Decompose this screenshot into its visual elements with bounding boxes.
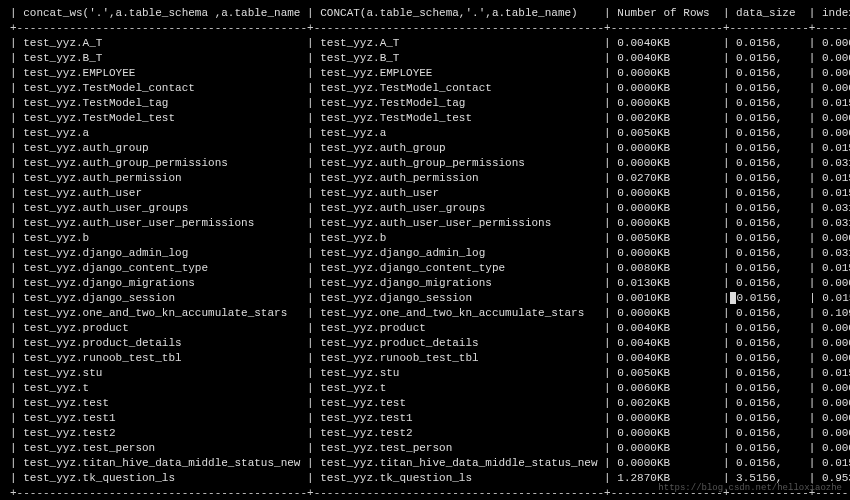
table-row: | test_yyz.a | test_yyz.a | 0.0050KB | 0… [10,126,840,141]
table-row: | test_yyz.B_T | test_yyz.B_T | 0.0040KB… [10,51,840,66]
source-link: https://blog.csdn.net/helloxiaozhe [658,481,842,496]
table-row: | test_yyz.product_details | test_yyz.pr… [10,336,840,351]
separator: +---------------------------------------… [10,21,840,36]
table-row: | test_yyz.b | test_yyz.b | 0.0050KB | 0… [10,231,840,246]
table-row: | test_yyz.t | test_yyz.t | 0.0060KB | 0… [10,381,840,396]
table-row: | test_yyz.runoob_test_tbl | test_yyz.ru… [10,351,840,366]
table-row: | test_yyz.auth_group_permissions | test… [10,156,840,171]
table-row: | test_yyz.one_and_two_kn_accumulate_sta… [10,306,840,321]
table-row: | test_yyz.auth_group | test_yyz.auth_gr… [10,141,840,156]
table-row: | test_yyz.django_session | test_yyz.dja… [10,291,840,306]
table-row: | test_yyz.test1 | test_yyz.test1 | 0.00… [10,411,840,426]
sql-result-table: | concat_ws('.',a.table_schema ,a.table_… [10,6,840,500]
text-cursor [730,292,736,304]
table-row: | test_yyz.TestModel_tag | test_yyz.Test… [10,96,840,111]
table-header: | concat_ws('.',a.table_schema ,a.table_… [10,6,840,21]
table-row: | test_yyz.test2 | test_yyz.test2 | 0.00… [10,426,840,441]
table-row: | test_yyz.django_admin_log | test_yyz.d… [10,246,840,261]
table-row: | test_yyz.test | test_yyz.test | 0.0020… [10,396,840,411]
table-row: | test_yyz.auth_user_groups | test_yyz.a… [10,201,840,216]
table-row: | test_yyz.TestModel_test | test_yyz.Tes… [10,111,840,126]
table-row: | test_yyz.django_migrations | test_yyz.… [10,276,840,291]
table-row: | test_yyz.auth_permission | test_yyz.au… [10,171,840,186]
table-row: | test_yyz.product | test_yyz.product | … [10,321,840,336]
table-row: | test_yyz.A_T | test_yyz.A_T | 0.0040KB… [10,36,840,51]
table-row: | test_yyz.auth_user | test_yyz.auth_use… [10,186,840,201]
table-row: | test_yyz.stu | test_yyz.stu | 0.0050KB… [10,366,840,381]
table-row: | test_yyz.django_content_type | test_yy… [10,261,840,276]
table-row: | test_yyz.titan_hive_data_middle_status… [10,456,840,471]
table-row: | test_yyz.test_person | test_yyz.test_p… [10,441,840,456]
table-row: | test_yyz.EMPLOYEE | test_yyz.EMPLOYEE … [10,66,840,81]
table-row: | test_yyz.TestModel_contact | test_yyz.… [10,81,840,96]
table-row: | test_yyz.auth_user_user_permissions | … [10,216,840,231]
